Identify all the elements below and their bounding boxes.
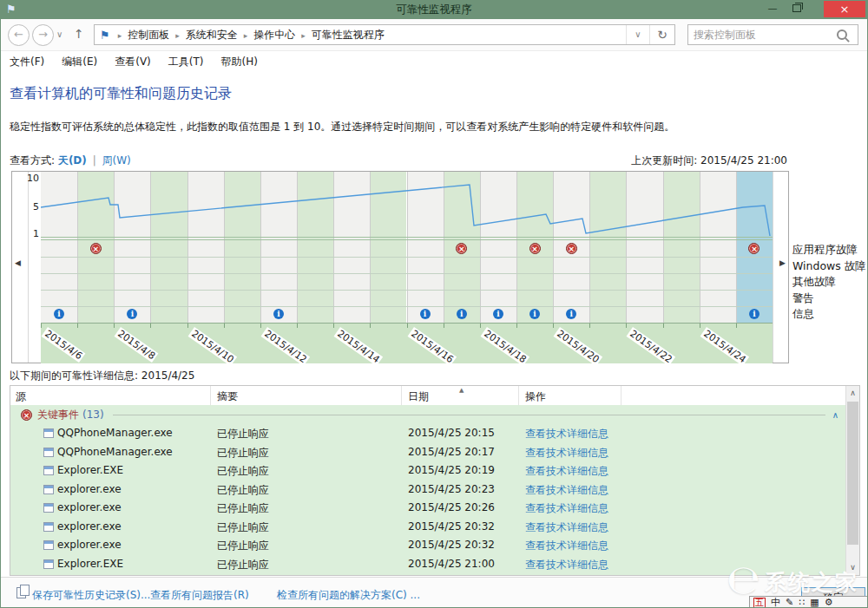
menu-item-4[interactable]: 工具(T) <box>160 51 213 73</box>
event-row-label-1: 应用程序故障 <box>792 243 858 258</box>
header-separator <box>621 386 621 405</box>
x-axis-label-2015/4/24: 2015/4/24 <box>700 327 749 366</box>
scroll-right-icon[interactable]: ▶ <box>779 258 786 267</box>
event-date: 2015/4/25 20:26 <box>408 501 495 513</box>
breadcrumb-item-4[interactable]: 可靠性监视程序 <box>310 29 386 41</box>
view-by-days-link[interactable]: 天(D) <box>58 154 87 167</box>
scrollbar-thumb[interactable] <box>847 402 858 545</box>
event-date: 2015/4/25 20:32 <box>408 539 495 551</box>
chart-scroll-left-strip[interactable]: ◀ <box>12 172 29 363</box>
event-row-1[interactable]: QQPhoneManager.exe已停止响应2015/4/25 20:15查看… <box>10 424 845 443</box>
chart-scroll-right-strip[interactable]: ▶ <box>773 172 788 363</box>
info-event-icon-2015/4/16: i <box>420 309 431 319</box>
event-row-line <box>41 273 773 274</box>
page-title: 查看计算机的可靠性和问题历史记录 <box>10 85 232 103</box>
event-summary: 已停止响应 <box>217 501 269 516</box>
event-row-4[interactable]: explorer.exe已停止响应2015/4/25 20:23查看技术详细信息 <box>10 481 845 500</box>
table-scrollbar[interactable]: ∧ ∨ <box>845 386 859 575</box>
column-header-1[interactable]: 源 <box>16 389 26 404</box>
address-bar[interactable]: ⚑ ▸控制面板▸系统和安全▸操作中心▸可靠性监视程序 ∨ ↻ <box>94 24 675 45</box>
refresh-icon[interactable]: ↻ <box>649 25 674 44</box>
minimize-button[interactable]: — <box>761 1 784 17</box>
view-technical-details-link[interactable]: 查看技术详细信息 <box>525 464 608 479</box>
view-technical-details-link[interactable]: 查看技术详细信息 <box>525 520 608 535</box>
column-header-4[interactable]: 操作 <box>525 389 546 404</box>
sort-asc-icon[interactable]: ▲ <box>459 387 464 394</box>
ime-item-1[interactable]: 五 <box>753 598 766 608</box>
ime-toolbar[interactable]: 五中✎∷▦⚙ <box>749 596 868 608</box>
recent-pages-dropdown[interactable]: ∨ <box>56 29 62 39</box>
breadcrumb-item-1[interactable]: 控制面板 <box>126 29 171 41</box>
event-source: explorer.exe <box>57 520 122 533</box>
app-failure-icon-2015/4/7: × <box>90 243 102 254</box>
scrollbar-up-icon[interactable]: ∧ <box>846 386 859 401</box>
view-technical-details-link[interactable]: 查看技术详细信息 <box>525 501 608 516</box>
breadcrumb-separator-icon: ▸ <box>240 31 253 40</box>
event-row-8[interactable]: Explorer.EXE已停止响应2015/4/25 21:00查看技术详细信息 <box>10 555 845 574</box>
view-technical-details-link[interactable]: 查看技术详细信息 <box>525 483 608 498</box>
stability-chart: ◀ 1051 ×××××iiiiiiiii 2015/4/62015/4/820… <box>11 171 789 363</box>
view-technical-details-link[interactable]: 查看技术详细信息 <box>525 558 608 572</box>
scroll-left-icon[interactable]: ◀ <box>15 258 21 267</box>
view-technical-details-link[interactable]: 查看技术详细信息 <box>525 446 608 461</box>
scrollbar-down-icon[interactable]: ∨ <box>846 560 859 575</box>
ime-item-6[interactable]: ⚙ <box>825 597 833 608</box>
date-tick <box>187 324 188 328</box>
ime-item-5[interactable]: ▦ <box>810 597 819 608</box>
group-collapse-icon[interactable]: ∧ <box>832 410 838 420</box>
close-button[interactable]: × <box>824 1 865 17</box>
application-icon <box>43 428 54 438</box>
footer-link-1[interactable]: 保存可靠性历史记录(S)... <box>32 588 150 603</box>
event-row-6[interactable]: explorer.exe已停止响应2015/4/25 20:32查看技术详细信息 <box>10 518 845 537</box>
view-by-weeks-link[interactable]: 周(W) <box>102 154 131 167</box>
view-mode-label: 查看方式: <box>10 154 55 167</box>
event-row-label-3: 其他故障 <box>792 275 836 290</box>
event-date: 2015/4/25 20:15 <box>408 427 495 439</box>
event-summary: 已停止响应 <box>217 427 269 441</box>
forward-button[interactable]: → <box>32 24 54 46</box>
date-axis-band: 2015/4/62015/4/82015/4/102015/4/122015/4… <box>41 323 773 363</box>
view-technical-details-link[interactable]: 查看技术详细信息 <box>525 539 608 553</box>
date-tick <box>224 324 225 328</box>
header-separator <box>401 386 402 405</box>
address-dropdown-icon[interactable]: ∨ <box>626 25 649 44</box>
date-tick <box>700 324 700 328</box>
y-axis-label-5: 5 <box>27 201 39 212</box>
event-date: 2015/4/25 20:19 <box>408 464 495 476</box>
info-event-icon-2015/4/17: i <box>457 309 467 319</box>
group-label: 关键事件 <box>37 408 79 422</box>
event-row-3[interactable]: Explorer.EXE已停止响应2015/4/25 20:19查看技术详细信息 <box>10 461 845 481</box>
ime-item-2[interactable]: 中 <box>771 596 780 608</box>
event-row-5[interactable]: explorer.exe已停止响应2015/4/25 20:26查看技术详细信息 <box>10 499 845 518</box>
menu-item-3[interactable]: 查看(V) <box>106 51 160 73</box>
details-caption: 以下期间的可靠性详细信息: 2015/4/25 <box>10 369 194 383</box>
breadcrumb-item-3[interactable]: 操作中心 <box>252 29 297 41</box>
group-row-critical-events[interactable]: × 关键事件 (13) ∧ <box>10 405 845 424</box>
application-icon <box>43 522 54 532</box>
footer-link-3[interactable]: 检查所有问题的解决方案(C) ... <box>277 588 420 603</box>
event-row-line <box>41 257 773 258</box>
back-button[interactable]: ← <box>8 24 30 46</box>
table-body: × 关键事件 (13) ∧ QQPhoneManager.exe已停止响应201… <box>10 405 845 575</box>
menu-item-1[interactable]: 文件(F) <box>1 51 53 73</box>
x-axis-label-2015/4/6: 2015/4/6 <box>42 327 86 363</box>
event-summary: 已停止响应 <box>217 483 269 498</box>
breadcrumb-item-2[interactable]: 系统和安全 <box>184 29 240 41</box>
restore-button[interactable] <box>786 1 808 17</box>
column-header-2[interactable]: 摘要 <box>217 389 238 404</box>
column-header-3[interactable]: 日期 <box>408 389 429 404</box>
event-row-line <box>41 290 773 291</box>
footer-link-2[interactable]: 查看所有问题报告(R) <box>150 588 249 603</box>
search-icon[interactable] <box>837 29 847 40</box>
search-input[interactable] <box>688 29 837 41</box>
menu-item-5[interactable]: 帮助(H) <box>213 51 266 73</box>
ime-item-3[interactable]: ✎ <box>786 597 793 608</box>
event-row-2[interactable]: QQPhoneManager.exe已停止响应2015/4/25 20:17查看… <box>10 443 845 462</box>
menu-item-2[interactable]: 编辑(E) <box>53 51 106 73</box>
date-tick <box>516 324 517 328</box>
ime-item-4[interactable]: ∷ <box>799 597 805 608</box>
event-row-7[interactable]: explorer.exe已停止响应2015/4/25 20:32查看技术详细信息 <box>10 536 845 555</box>
event-row-label-5: 信息 <box>792 307 814 322</box>
up-button[interactable]: ↑ <box>74 27 84 41</box>
view-technical-details-link[interactable]: 查看技术详细信息 <box>525 427 608 441</box>
